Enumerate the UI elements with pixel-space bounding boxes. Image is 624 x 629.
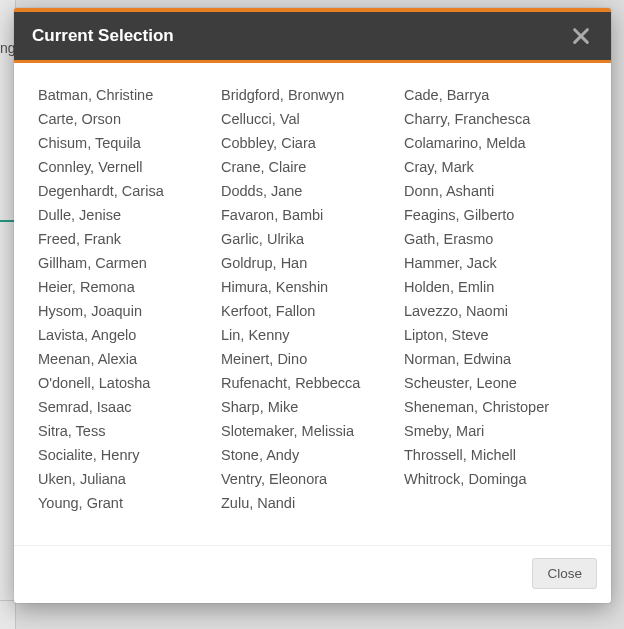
list-item: Feagins, Gilberto <box>404 203 577 227</box>
list-item: Lin, Kenny <box>221 323 394 347</box>
list-item: Meenan, Alexia <box>38 347 211 371</box>
list-item: Semrad, Isaac <box>38 395 211 419</box>
list-item: Degenhardt, Carisa <box>38 179 211 203</box>
list-item: Garlic, Ulrika <box>221 227 394 251</box>
list-item: Sheneman, Christoper <box>404 395 577 419</box>
list-item: Cade, Barrya <box>404 83 577 107</box>
list-item: Norman, Edwina <box>404 347 577 371</box>
list-item: Young, Grant <box>38 491 211 515</box>
list-item: Rufenacht, Rebbecca <box>221 371 394 395</box>
list-item: Heier, Remona <box>38 275 211 299</box>
list-item: Freed, Frank <box>38 227 211 251</box>
list-item: Meinert, Dino <box>221 347 394 371</box>
list-item: Uken, Juliana <box>38 467 211 491</box>
list-item: Gath, Erasmo <box>404 227 577 251</box>
list-item: Chisum, Tequila <box>38 131 211 155</box>
list-item: Hysom, Joaquin <box>38 299 211 323</box>
list-item: Cellucci, Val <box>221 107 394 131</box>
list-item: Scheuster, Leone <box>404 371 577 395</box>
list-item: Himura, Kenshin <box>221 275 394 299</box>
list-item: Cray, Mark <box>404 155 577 179</box>
list-item: Socialite, Henry <box>38 443 211 467</box>
list-item: Connley, Vernell <box>38 155 211 179</box>
list-item: Dodds, Jane <box>221 179 394 203</box>
list-item: Charry, Franchesca <box>404 107 577 131</box>
list-item: Carte, Orson <box>38 107 211 131</box>
list-item: Favaron, Bambi <box>221 203 394 227</box>
list-item: Donn, Ashanti <box>404 179 577 203</box>
list-item: Gillham, Carmen <box>38 251 211 275</box>
list-item: Ventry, Eleonora <box>221 467 394 491</box>
list-item: Dulle, Jenise <box>38 203 211 227</box>
list-item: Stone, Andy <box>221 443 394 467</box>
list-item: O'donell, Latosha <box>38 371 211 395</box>
selection-column: Cade, BarryaCharry, FranchescaColamarino… <box>404 83 587 515</box>
list-item: Sharp, Mike <box>221 395 394 419</box>
close-icon[interactable] <box>569 26 593 46</box>
list-item: Sitra, Tess <box>38 419 211 443</box>
modal-title: Current Selection <box>32 26 174 46</box>
list-item: Lipton, Steve <box>404 323 577 347</box>
list-item: Zulu, Nandi <box>221 491 394 515</box>
list-item: Holden, Emlin <box>404 275 577 299</box>
list-item: Batman, Christine <box>38 83 211 107</box>
list-item: Throssell, Michell <box>404 443 577 467</box>
list-item: Smeby, Mari <box>404 419 577 443</box>
close-button[interactable]: Close <box>532 558 597 589</box>
list-item: Lavista, Angelo <box>38 323 211 347</box>
selection-column: Bridgford, BronwynCellucci, ValCobbley, … <box>221 83 404 515</box>
selection-columns: Batman, ChristineCarte, OrsonChisum, Teq… <box>38 83 587 515</box>
list-item: Bridgford, Bronwyn <box>221 83 394 107</box>
modal-overlay[interactable]: Current Selection Batman, ChristineCarte… <box>0 0 624 629</box>
list-item: Colamarino, Melda <box>404 131 577 155</box>
selection-column: Batman, ChristineCarte, OrsonChisum, Teq… <box>38 83 221 515</box>
modal-footer: Close <box>14 545 611 603</box>
list-item: Goldrup, Han <box>221 251 394 275</box>
list-item: Cobbley, Ciara <box>221 131 394 155</box>
modal-body: Batman, ChristineCarte, OrsonChisum, Teq… <box>14 63 611 539</box>
modal-header: Current Selection <box>14 12 611 63</box>
current-selection-modal: Current Selection Batman, ChristineCarte… <box>14 8 611 603</box>
list-item: Kerfoot, Fallon <box>221 299 394 323</box>
list-item: Slotemaker, Melissia <box>221 419 394 443</box>
list-item: Hammer, Jack <box>404 251 577 275</box>
list-item: Lavezzo, Naomi <box>404 299 577 323</box>
list-item: Crane, Claire <box>221 155 394 179</box>
list-item: Whitrock, Dominga <box>404 467 577 491</box>
